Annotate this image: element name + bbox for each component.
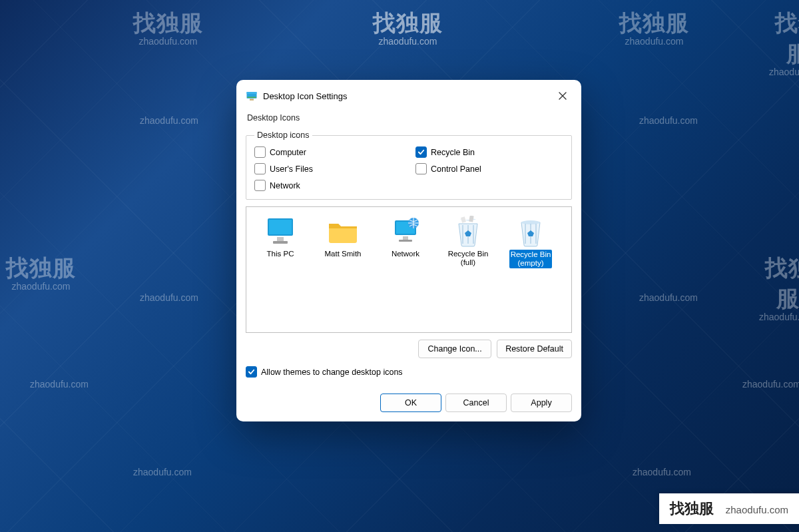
dialog-title: Desktop Icon Settings: [263, 91, 552, 101]
icon-item-this-pc[interactable]: This PC: [250, 212, 310, 261]
watermark-small: zhaodufu.com: [140, 292, 198, 303]
checkbox-allow-themes-label: Allow themes to change desktop icons: [261, 368, 403, 377]
watermark-big: 找独服: [759, 253, 799, 314]
watermark-big: 找独服: [619, 8, 689, 39]
watermark-small: zhaodufu.com: [769, 67, 799, 77]
icon-item-recycle-full[interactable]: Recycle Bin (full): [438, 212, 498, 270]
icon-item-label: Network: [377, 250, 434, 258]
checkbox-users-files-label: User's Files: [270, 164, 313, 174]
tab-strip: Desktop Icons: [236, 111, 581, 127]
apply-button[interactable]: Apply: [511, 394, 572, 412]
desktop-icon-settings-dialog: Desktop Icon Settings Desktop Icons Desk…: [236, 80, 581, 421]
icon-item-recycle-empty[interactable]: Recycle Bin (empty): [501, 212, 561, 271]
checkbox-network[interactable]: Network: [254, 180, 402, 191]
svg-rect-2: [247, 97, 256, 99]
watermark-big: 找独服: [373, 8, 443, 39]
recycle-bin-full-icon: [439, 215, 497, 248]
watermark-small: zhaodufu.com: [759, 312, 799, 322]
cancel-button[interactable]: Cancel: [445, 394, 507, 412]
watermark-corner-small: zhaodufu.com: [726, 504, 788, 515]
dialog-footer: OK Cancel Apply: [236, 387, 581, 421]
watermark-big: 找独服: [769, 8, 799, 69]
checkbox-computer-label: Computer: [270, 148, 306, 157]
this-pc-icon: [252, 215, 309, 248]
icon-item-label: Matt Smith: [314, 250, 372, 258]
watermark-small: zhaodufu.com: [133, 467, 192, 477]
svg-rect-3: [250, 99, 254, 101]
watermark-small: zhaodufu.com: [639, 292, 698, 303]
watermark-big: 找独服: [6, 253, 76, 284]
restore-default-button[interactable]: Restore Default: [497, 340, 572, 358]
checkbox-users-files[interactable]: User's Files: [254, 163, 402, 174]
icon-item-label: This PC: [252, 250, 309, 258]
close-button[interactable]: [552, 87, 573, 105]
checkbox-control-panel[interactable]: Control Panel: [415, 163, 563, 174]
ok-button[interactable]: OK: [380, 394, 441, 412]
desktop-icons-group: Desktop icons Computer Recycle Bin User'…: [246, 131, 572, 200]
watermark-small: zhaodufu.com: [140, 115, 198, 126]
desktop-settings-icon: [246, 90, 258, 102]
checkbox-network-label: Network: [270, 181, 300, 190]
checkbox-recycle-bin-label: Recycle Bin: [431, 148, 475, 157]
change-icon-button[interactable]: Change Icon...: [418, 340, 491, 358]
svg-rect-5: [269, 220, 292, 234]
svg-rect-7: [273, 241, 288, 244]
watermark-small: zhaodufu.com: [133, 36, 203, 47]
checkbox-allow-themes[interactable]: Allow themes to change desktop icons: [246, 366, 572, 378]
watermark-small: zhaodufu.com: [639, 115, 698, 126]
svg-rect-11: [399, 240, 412, 242]
svg-rect-14: [469, 216, 473, 222]
icon-item-user-folder[interactable]: Matt Smith: [313, 212, 373, 261]
icon-item-label: Recycle Bin (full): [439, 250, 497, 267]
close-icon: [559, 92, 567, 100]
watermark-small: zhaodufu.com: [6, 281, 76, 292]
watermark-corner-big: 找独服: [670, 499, 714, 519]
svg-rect-10: [403, 236, 408, 240]
checkbox-computer[interactable]: Computer: [254, 146, 402, 158]
titlebar: Desktop Icon Settings: [236, 80, 581, 111]
tab-desktop-icons[interactable]: Desktop Icons: [246, 111, 301, 127]
icon-preview-list: This PC Matt Smith Network Recycle Bin (…: [246, 206, 572, 333]
watermark-small: zhaodufu.com: [30, 379, 89, 390]
watermark-corner: 找独服 zhaodufu.com: [659, 493, 799, 524]
network-icon: [377, 215, 434, 248]
svg-rect-6: [277, 237, 284, 241]
watermark-small: zhaodufu.com: [619, 36, 689, 47]
group-legend: Desktop icons: [254, 131, 312, 140]
recycle-bin-empty-icon: [502, 215, 559, 248]
watermark-small: zhaodufu.com: [633, 467, 691, 477]
svg-rect-13: [461, 216, 466, 222]
watermark-small: zhaodufu.com: [373, 36, 443, 47]
icon-item-label: Recycle Bin (empty): [509, 250, 553, 268]
checkbox-recycle-bin[interactable]: Recycle Bin: [415, 146, 563, 158]
watermark-small: zhaodufu.com: [742, 379, 799, 390]
svg-rect-1: [247, 92, 257, 94]
watermark-big: 找独服: [133, 8, 203, 39]
icon-item-network[interactable]: Network: [376, 212, 435, 261]
user-folder-icon: [314, 215, 372, 248]
checkbox-control-panel-label: Control Panel: [431, 164, 481, 174]
